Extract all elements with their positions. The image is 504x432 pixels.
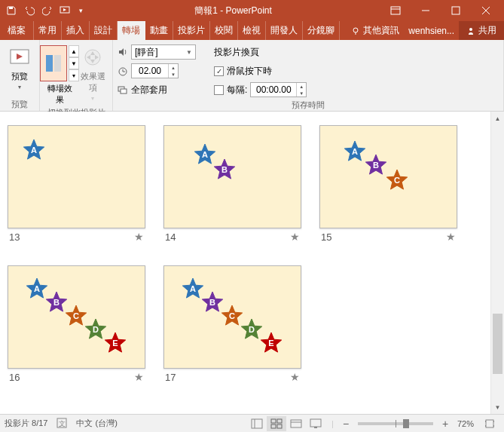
slideshow-view-icon[interactable] xyxy=(306,416,325,431)
redo-icon[interactable] xyxy=(39,2,56,19)
svg-text:B: B xyxy=(221,165,228,174)
svg-text:D: D xyxy=(93,325,99,334)
svg-rect-43 xyxy=(277,424,282,428)
tab-home[interactable]: 常用 xyxy=(34,21,62,40)
tab-developer[interactable]: 開發人 xyxy=(266,21,303,40)
ribbon-display-icon[interactable] xyxy=(380,0,411,21)
svg-rect-2 xyxy=(391,7,400,14)
svg-text:B: B xyxy=(53,298,60,307)
tab-slideshow[interactable]: 投影片 xyxy=(173,21,210,40)
svg-rect-48 xyxy=(486,420,493,427)
after-label: 每隔: xyxy=(227,84,247,97)
scroll-track[interactable] xyxy=(491,125,504,400)
slide-thumb[interactable]: ABC xyxy=(319,125,457,228)
tab-split[interactable]: 分鏡腳 xyxy=(303,21,340,40)
close-icon[interactable] xyxy=(471,0,501,21)
scroll-down-icon[interactable]: ▼ xyxy=(491,400,504,414)
svg-rect-46 xyxy=(310,419,321,427)
tab-file[interactable]: 檔案 xyxy=(0,21,34,40)
tab-view[interactable]: 檢視 xyxy=(238,21,266,40)
slide-thumb[interactable]: A xyxy=(8,125,145,228)
undo-icon[interactable] xyxy=(21,2,38,19)
on-click-checkbox[interactable]: ✓ xyxy=(214,66,224,76)
after-spinner[interactable]: ▲▼ xyxy=(250,82,307,97)
fit-window-icon[interactable] xyxy=(480,416,499,431)
zoom-out-icon[interactable]: − xyxy=(340,418,352,430)
sound-value: [靜音] xyxy=(135,46,158,59)
slide-14[interactable]: AB14★ xyxy=(163,125,301,243)
star-shape: B xyxy=(212,158,237,182)
svg-point-10 xyxy=(469,28,472,31)
slide-13[interactable]: A13★ xyxy=(8,125,145,243)
spellcheck-icon[interactable]: 文 xyxy=(57,418,67,430)
tell-me[interactable]: 其他資訊 xyxy=(347,24,404,37)
slide-meta: 16★ xyxy=(8,369,145,383)
transition-indicator-icon: ★ xyxy=(446,231,456,243)
after-input[interactable] xyxy=(251,84,296,95)
tab-animation[interactable]: 動畫 xyxy=(145,21,173,40)
start-from-beginning-icon[interactable] xyxy=(57,2,74,19)
slide-16[interactable]: ABCDE16★ xyxy=(8,265,145,383)
apply-all-button[interactable]: 全部套用 xyxy=(118,81,196,98)
svg-text:A: A xyxy=(34,284,40,293)
zoom-slider[interactable] xyxy=(358,422,433,425)
sorter-view-icon[interactable] xyxy=(267,416,286,431)
svg-text:C: C xyxy=(394,176,400,185)
svg-rect-38 xyxy=(252,419,262,428)
language-label[interactable]: 中文 (台灣) xyxy=(76,418,117,429)
slide-thumb[interactable]: ABCDE xyxy=(8,265,145,369)
transition-none[interactable] xyxy=(40,45,67,81)
slide-sorter[interactable]: A13★AB14★ABC15★ABCDE16★ABCDE17★ xyxy=(0,112,490,414)
advance-title: 投影片換頁 xyxy=(214,44,307,60)
spin-down-icon[interactable]: ▼ xyxy=(297,90,306,97)
minimize-icon[interactable] xyxy=(411,0,441,21)
transition-indicator-icon: ★ xyxy=(290,231,300,243)
tab-review[interactable]: 校閱 xyxy=(210,21,238,40)
svg-rect-19 xyxy=(121,89,127,93)
qat-customize-icon[interactable]: ▾ xyxy=(75,2,86,19)
spin-down-icon[interactable]: ▼ xyxy=(169,71,178,78)
effect-options-button[interactable]: 效果選項 ▾ xyxy=(78,42,108,102)
scroll-thumb[interactable] xyxy=(493,314,502,374)
preview-button[interactable]: 預覽 ▾ xyxy=(5,42,35,90)
after-checkbox[interactable] xyxy=(214,85,224,95)
spin-up-icon[interactable]: ▲ xyxy=(297,83,306,90)
svg-text:E: E xyxy=(112,339,118,348)
vertical-scrollbar[interactable]: ▲ ▼ xyxy=(490,112,504,414)
zoom-thumb[interactable] xyxy=(403,419,409,428)
options-label: 效果選項 xyxy=(78,71,108,93)
duration-input[interactable] xyxy=(132,66,168,76)
chevron-down-icon: ▼ xyxy=(186,49,192,56)
share-icon xyxy=(466,26,475,35)
tab-insert[interactable]: 插入 xyxy=(62,21,90,40)
zoom-label[interactable]: 72% xyxy=(457,419,474,428)
user-name[interactable]: wenhsien... xyxy=(404,26,459,36)
transition-effect-button[interactable]: ▲ ▼ ▾ 轉場效果 xyxy=(44,42,75,106)
spin-up-icon[interactable]: ▲ xyxy=(169,64,178,71)
slide-count[interactable]: 投影片 8/17 xyxy=(5,418,47,429)
scroll-up-icon[interactable]: ▲ xyxy=(491,112,504,125)
slide-meta: 15★ xyxy=(319,228,457,243)
svg-rect-41 xyxy=(277,419,282,423)
view-buttons xyxy=(247,416,325,431)
slide-17[interactable]: ABCDE17★ xyxy=(163,265,301,383)
svg-text:C: C xyxy=(229,311,235,320)
sound-dropdown[interactable]: [靜音] ▼ xyxy=(131,44,196,60)
tab-transitions[interactable]: 轉場 xyxy=(118,21,145,40)
svg-text:D: D xyxy=(249,325,255,334)
duration-spinner[interactable]: ▲▼ xyxy=(131,63,179,78)
slide-thumb[interactable]: AB xyxy=(163,125,301,228)
maximize-icon[interactable] xyxy=(441,0,471,21)
tab-design[interactable]: 設計 xyxy=(90,21,118,40)
slide-thumb[interactable]: ABCDE xyxy=(163,265,301,369)
reading-view-icon[interactable] xyxy=(286,416,306,431)
slide-meta: 17★ xyxy=(163,369,301,383)
zoom-in-icon[interactable]: + xyxy=(439,418,451,430)
slide-15[interactable]: ABC15★ xyxy=(319,125,457,243)
normal-view-icon[interactable] xyxy=(247,416,267,431)
svg-text:文: 文 xyxy=(59,420,66,427)
save-icon[interactable] xyxy=(3,2,20,19)
share-button[interactable]: 共用 xyxy=(459,21,504,40)
sound-icon xyxy=(118,47,128,57)
svg-text:A: A xyxy=(31,146,37,155)
